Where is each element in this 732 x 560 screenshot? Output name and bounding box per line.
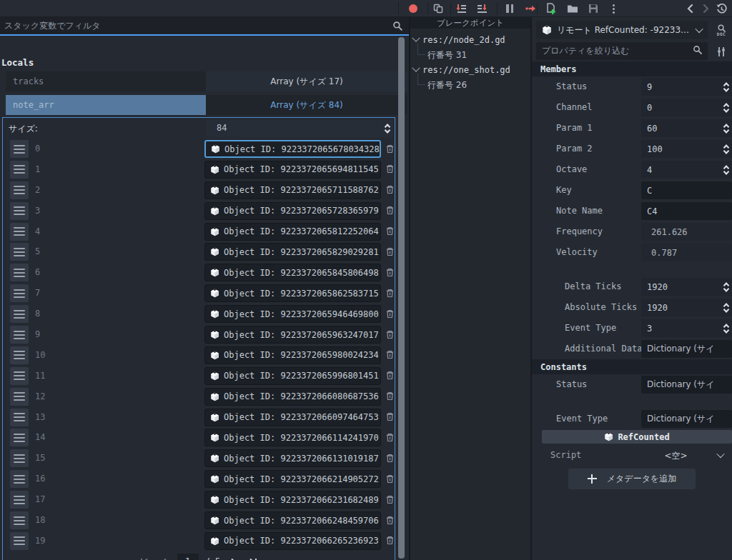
drag-handle-icon[interactable] bbox=[10, 305, 29, 323]
property-value-field[interactable]: 1920 bbox=[641, 278, 732, 296]
page-first-button[interactable] bbox=[139, 555, 152, 560]
delete-item-button[interactable] bbox=[384, 141, 395, 156]
drag-handle-icon[interactable] bbox=[10, 284, 29, 302]
step-over-button[interactable] bbox=[473, 0, 491, 17]
object-id-button[interactable]: Object ID: 9223372065946469800 bbox=[204, 305, 381, 323]
drag-handle-icon[interactable] bbox=[10, 264, 29, 281]
delete-item-button[interactable] bbox=[384, 306, 395, 321]
drag-handle-icon[interactable] bbox=[10, 140, 29, 158]
stack-filter-input[interactable] bbox=[4, 17, 387, 34]
delete-item-button[interactable] bbox=[384, 224, 395, 239]
property-value-field[interactable]: Dictionary (サイ bbox=[641, 410, 732, 428]
delete-item-button[interactable] bbox=[384, 204, 395, 218]
object-id-button[interactable]: Object ID: 9223372066248459706 bbox=[204, 511, 381, 529]
drag-handle-icon[interactable] bbox=[10, 223, 29, 241]
spin-updown-icon[interactable] bbox=[724, 166, 728, 174]
page-next-button[interactable] bbox=[227, 555, 239, 560]
property-value-field[interactable]: C bbox=[641, 181, 732, 199]
copy-error-button[interactable] bbox=[429, 0, 447, 17]
drag-handle-icon[interactable] bbox=[10, 429, 29, 446]
drag-handle-icon[interactable] bbox=[10, 161, 29, 179]
spin-updown-icon[interactable] bbox=[385, 124, 390, 132]
variable-row-note-arr[interactable]: note_arr Array (サイズ 84) bbox=[6, 95, 407, 115]
add-metadata-button[interactable]: メタデータを追加 bbox=[568, 469, 696, 489]
chevron-down-icon[interactable] bbox=[412, 34, 420, 42]
page-last-button[interactable] bbox=[246, 555, 259, 560]
variable-row-tracks[interactable]: tracks Array (サイズ 17) bbox=[6, 71, 407, 91]
save-button[interactable] bbox=[584, 0, 603, 17]
object-id-button[interactable]: Object ID: 9223372066265236923 bbox=[204, 532, 381, 550]
drag-handle-icon[interactable] bbox=[10, 388, 29, 406]
object-id-button[interactable]: Object ID: 9223372066080687536 bbox=[204, 388, 381, 406]
delete-item-button[interactable] bbox=[384, 492, 395, 506]
drag-handle-icon[interactable] bbox=[10, 511, 29, 529]
property-value-field[interactable]: Dictionary (サイ bbox=[641, 340, 732, 358]
drag-handle-icon[interactable] bbox=[10, 243, 29, 261]
property-filter-input[interactable] bbox=[542, 42, 685, 59]
break-button[interactable] bbox=[404, 0, 422, 17]
breakpoint-line[interactable]: 行番号 26 bbox=[427, 78, 467, 92]
drag-handle-icon[interactable] bbox=[10, 367, 29, 385]
page-number-input[interactable]: 1 bbox=[177, 554, 199, 560]
breakpoint-line[interactable]: 行番号 31 bbox=[427, 48, 467, 62]
delete-item-button[interactable] bbox=[384, 389, 395, 404]
property-value-field[interactable]: 100 bbox=[641, 140, 732, 158]
delete-item-button[interactable] bbox=[384, 471, 395, 486]
delete-item-button[interactable] bbox=[384, 244, 395, 259]
delete-item-button[interactable] bbox=[384, 451, 395, 465]
object-id-button[interactable]: Object ID: 9223372065862583715 bbox=[204, 284, 381, 302]
object-id-button[interactable]: Object ID: 9223372066214905272 bbox=[204, 470, 381, 488]
spin-updown-icon[interactable] bbox=[724, 324, 728, 332]
spin-updown-icon[interactable] bbox=[724, 124, 728, 132]
delete-item-button[interactable] bbox=[384, 534, 395, 548]
drag-handle-icon[interactable] bbox=[10, 491, 29, 509]
drag-handle-icon[interactable] bbox=[10, 346, 29, 364]
object-id-button[interactable]: Object ID: 9223372066114241970 bbox=[204, 429, 381, 446]
spin-updown-icon[interactable] bbox=[724, 283, 728, 291]
object-id-button[interactable]: Object ID: 9223372066231682489 bbox=[204, 491, 381, 509]
object-id-button[interactable]: Object ID: 9223372065812252064 bbox=[204, 223, 381, 241]
delete-item-button[interactable] bbox=[384, 513, 395, 527]
pause-button[interactable] bbox=[500, 0, 519, 17]
spin-updown-icon[interactable] bbox=[724, 304, 728, 311]
array-size-spinbox[interactable]: 84 bbox=[207, 119, 393, 137]
property-value-field[interactable]: Dictionary (サイ bbox=[641, 376, 732, 394]
more-options-button[interactable] bbox=[604, 0, 623, 17]
delete-item-button[interactable] bbox=[384, 430, 395, 444]
object-id-button[interactable]: Object ID: 9223372065829029281 bbox=[204, 243, 381, 261]
delete-item-button[interactable] bbox=[384, 410, 395, 424]
history-list-button[interactable] bbox=[712, 0, 731, 17]
object-id-button[interactable]: Object ID: 9223372065678034328 bbox=[204, 140, 381, 158]
new-resource-button[interactable] bbox=[542, 0, 560, 17]
delete-item-button[interactable] bbox=[384, 369, 395, 383]
object-id-button[interactable]: Object ID: 9223372066097464753 bbox=[204, 409, 381, 426]
drag-handle-icon[interactable] bbox=[10, 532, 29, 550]
drag-handle-icon[interactable] bbox=[10, 326, 29, 344]
open-docs-button[interactable]: DOC bbox=[712, 21, 731, 39]
drag-handle-icon[interactable] bbox=[10, 409, 29, 426]
object-id-button[interactable]: Object ID: 9223372065845806498 bbox=[204, 264, 381, 281]
property-value-field[interactable]: 3 bbox=[641, 319, 732, 337]
delete-item-button[interactable] bbox=[384, 162, 395, 176]
delete-item-button[interactable] bbox=[384, 348, 395, 362]
open-folder-button[interactable] bbox=[563, 0, 582, 17]
drag-handle-icon[interactable] bbox=[10, 449, 29, 467]
object-id-button[interactable]: Object ID: 9223372066131019187 bbox=[204, 449, 381, 467]
page-prev-button[interactable] bbox=[158, 555, 171, 560]
object-id-button[interactable]: Object ID: 9223372065694811545 bbox=[204, 161, 381, 179]
property-value-field[interactable]: 9 bbox=[641, 78, 732, 96]
drag-handle-icon[interactable] bbox=[10, 470, 29, 488]
delete-item-button[interactable] bbox=[384, 183, 395, 197]
spin-updown-icon[interactable] bbox=[724, 83, 728, 91]
breakpoint-file[interactable]: res://node_2d.gd bbox=[413, 33, 505, 47]
step-into-button[interactable] bbox=[452, 0, 470, 17]
locals-scrollbar[interactable] bbox=[398, 37, 405, 559]
delete-item-button[interactable] bbox=[384, 265, 395, 279]
object-id-button[interactable]: Object ID: 9223372065711588762 bbox=[204, 181, 381, 199]
object-id-button[interactable]: Object ID: 9223372065996801451 bbox=[204, 367, 381, 385]
delete-item-button[interactable] bbox=[384, 327, 395, 341]
property-value-field[interactable]: 1920 bbox=[641, 299, 732, 316]
drag-handle-icon[interactable] bbox=[10, 181, 29, 199]
chevron-down-icon[interactable] bbox=[412, 64, 420, 72]
breakpoint-file[interactable]: res://one_shot.gd bbox=[413, 63, 510, 77]
